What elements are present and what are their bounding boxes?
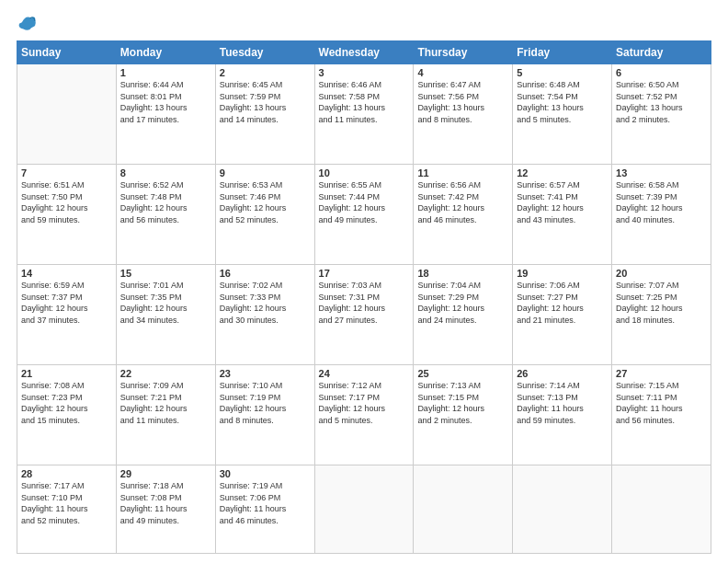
calendar-cell: 27Sunrise: 7:15 AM Sunset: 7:11 PM Dayli… <box>612 365 711 465</box>
day-number: 11 <box>417 167 508 178</box>
week-row-3: 21Sunrise: 7:08 AM Sunset: 7:23 PM Dayli… <box>17 365 711 465</box>
calendar-cell: 13Sunrise: 6:58 AM Sunset: 7:39 PM Dayli… <box>612 165 711 265</box>
day-info: Sunrise: 7:09 AM Sunset: 7:21 PM Dayligh… <box>120 380 211 426</box>
day-number: 15 <box>120 268 211 279</box>
day-number: 6 <box>616 67 707 78</box>
day-number: 28 <box>21 468 112 479</box>
calendar-cell: 14Sunrise: 6:59 AM Sunset: 7:37 PM Dayli… <box>17 265 117 365</box>
calendar-cell: 23Sunrise: 7:10 AM Sunset: 7:19 PM Dayli… <box>215 365 314 465</box>
weekday-header-row: SundayMondayTuesdayWednesdayThursdayFrid… <box>17 41 711 64</box>
calendar-cell: 2Sunrise: 6:45 AM Sunset: 7:59 PM Daylig… <box>215 64 314 165</box>
day-number: 20 <box>616 268 707 279</box>
weekday-header-monday: Monday <box>116 41 215 64</box>
day-info: Sunrise: 7:06 AM Sunset: 7:27 PM Dayligh… <box>517 280 608 326</box>
calendar-cell: 9Sunrise: 6:53 AM Sunset: 7:46 PM Daylig… <box>215 165 314 265</box>
calendar-cell <box>17 64 117 165</box>
week-row-1: 7Sunrise: 6:51 AM Sunset: 7:50 PM Daylig… <box>17 165 711 265</box>
day-info: Sunrise: 6:57 AM Sunset: 7:41 PM Dayligh… <box>517 179 608 225</box>
calendar-cell <box>414 465 513 554</box>
page: SundayMondayTuesdayWednesdayThursdayFrid… <box>0 0 728 563</box>
day-info: Sunrise: 7:03 AM Sunset: 7:31 PM Dayligh… <box>319 280 410 326</box>
day-number: 18 <box>417 268 508 279</box>
day-info: Sunrise: 7:01 AM Sunset: 7:35 PM Dayligh… <box>120 280 211 326</box>
day-number: 2 <box>220 67 311 78</box>
calendar-cell: 25Sunrise: 7:13 AM Sunset: 7:15 PM Dayli… <box>414 365 513 465</box>
day-number: 16 <box>220 268 311 279</box>
calendar-cell <box>612 465 711 554</box>
day-info: Sunrise: 7:08 AM Sunset: 7:23 PM Dayligh… <box>21 380 112 426</box>
day-info: Sunrise: 6:45 AM Sunset: 7:59 PM Dayligh… <box>220 79 311 125</box>
calendar-cell: 18Sunrise: 7:04 AM Sunset: 7:29 PM Dayli… <box>414 265 513 365</box>
day-info: Sunrise: 6:50 AM Sunset: 7:52 PM Dayligh… <box>616 79 707 125</box>
calendar-cell <box>513 465 612 554</box>
weekday-header-tuesday: Tuesday <box>215 41 314 64</box>
week-row-0: 1Sunrise: 6:44 AM Sunset: 8:01 PM Daylig… <box>17 64 711 165</box>
day-number: 14 <box>21 268 112 279</box>
day-info: Sunrise: 6:56 AM Sunset: 7:42 PM Dayligh… <box>417 179 508 225</box>
day-number: 1 <box>120 67 211 78</box>
calendar-cell: 17Sunrise: 7:03 AM Sunset: 7:31 PM Dayli… <box>314 265 414 365</box>
week-row-2: 14Sunrise: 6:59 AM Sunset: 7:37 PM Dayli… <box>17 265 711 365</box>
calendar-cell: 26Sunrise: 7:14 AM Sunset: 7:13 PM Dayli… <box>513 365 612 465</box>
day-number: 7 <box>21 167 112 178</box>
day-number: 27 <box>616 368 707 379</box>
logo <box>17 13 40 33</box>
weekday-header-friday: Friday <box>513 41 612 64</box>
day-info: Sunrise: 7:17 AM Sunset: 7:10 PM Dayligh… <box>21 480 112 526</box>
day-info: Sunrise: 6:46 AM Sunset: 7:58 PM Dayligh… <box>319 79 410 125</box>
calendar-cell: 5Sunrise: 6:48 AM Sunset: 7:54 PM Daylig… <box>513 64 612 165</box>
day-number: 5 <box>517 67 608 78</box>
calendar-cell: 15Sunrise: 7:01 AM Sunset: 7:35 PM Dayli… <box>116 265 215 365</box>
weekday-header-saturday: Saturday <box>612 41 711 64</box>
day-info: Sunrise: 7:13 AM Sunset: 7:15 PM Dayligh… <box>417 380 508 426</box>
day-info: Sunrise: 7:12 AM Sunset: 7:17 PM Dayligh… <box>319 380 410 426</box>
week-row-4: 28Sunrise: 7:17 AM Sunset: 7:10 PM Dayli… <box>17 465 711 554</box>
day-info: Sunrise: 6:52 AM Sunset: 7:48 PM Dayligh… <box>120 179 211 225</box>
calendar-cell: 19Sunrise: 7:06 AM Sunset: 7:27 PM Dayli… <box>513 265 612 365</box>
day-number: 4 <box>417 67 508 78</box>
day-info: Sunrise: 7:10 AM Sunset: 7:19 PM Dayligh… <box>220 380 311 426</box>
day-number: 8 <box>120 167 211 178</box>
day-info: Sunrise: 6:58 AM Sunset: 7:39 PM Dayligh… <box>616 179 707 225</box>
day-info: Sunrise: 7:18 AM Sunset: 7:08 PM Dayligh… <box>120 480 211 526</box>
calendar-cell: 11Sunrise: 6:56 AM Sunset: 7:42 PM Dayli… <box>414 165 513 265</box>
calendar-cell: 12Sunrise: 6:57 AM Sunset: 7:41 PM Dayli… <box>513 165 612 265</box>
day-number: 23 <box>220 368 311 379</box>
header <box>17 13 711 33</box>
calendar-cell <box>314 465 414 554</box>
day-info: Sunrise: 6:48 AM Sunset: 7:54 PM Dayligh… <box>517 79 608 125</box>
calendar-cell: 22Sunrise: 7:09 AM Sunset: 7:21 PM Dayli… <box>116 365 215 465</box>
day-number: 21 <box>21 368 112 379</box>
day-info: Sunrise: 7:15 AM Sunset: 7:11 PM Dayligh… <box>616 380 707 426</box>
calendar-table: SundayMondayTuesdayWednesdayThursdayFrid… <box>17 40 711 554</box>
day-number: 10 <box>319 167 410 178</box>
day-info: Sunrise: 6:59 AM Sunset: 7:37 PM Dayligh… <box>21 280 112 326</box>
calendar-cell: 8Sunrise: 6:52 AM Sunset: 7:48 PM Daylig… <box>116 165 215 265</box>
day-info: Sunrise: 7:19 AM Sunset: 7:06 PM Dayligh… <box>220 480 311 526</box>
calendar-cell: 21Sunrise: 7:08 AM Sunset: 7:23 PM Dayli… <box>17 365 117 465</box>
day-info: Sunrise: 6:44 AM Sunset: 8:01 PM Dayligh… <box>120 79 211 125</box>
day-number: 17 <box>319 268 410 279</box>
day-info: Sunrise: 6:51 AM Sunset: 7:50 PM Dayligh… <box>21 179 112 225</box>
calendar-cell: 3Sunrise: 6:46 AM Sunset: 7:58 PM Daylig… <box>314 64 414 165</box>
day-number: 13 <box>616 167 707 178</box>
day-number: 12 <box>517 167 608 178</box>
day-number: 24 <box>319 368 410 379</box>
day-number: 19 <box>517 268 608 279</box>
weekday-header-sunday: Sunday <box>17 41 117 64</box>
calendar-cell: 30Sunrise: 7:19 AM Sunset: 7:06 PM Dayli… <box>215 465 314 554</box>
day-info: Sunrise: 6:53 AM Sunset: 7:46 PM Dayligh… <box>220 179 311 225</box>
day-number: 22 <box>120 368 211 379</box>
day-number: 25 <box>417 368 508 379</box>
day-info: Sunrise: 6:47 AM Sunset: 7:56 PM Dayligh… <box>417 79 508 125</box>
calendar-cell: 28Sunrise: 7:17 AM Sunset: 7:10 PM Dayli… <box>17 465 117 554</box>
day-info: Sunrise: 7:07 AM Sunset: 7:25 PM Dayligh… <box>616 280 707 326</box>
calendar-cell: 4Sunrise: 6:47 AM Sunset: 7:56 PM Daylig… <box>414 64 513 165</box>
day-info: Sunrise: 7:02 AM Sunset: 7:33 PM Dayligh… <box>220 280 311 326</box>
day-number: 29 <box>120 468 211 479</box>
day-number: 3 <box>319 67 410 78</box>
calendar-cell: 7Sunrise: 6:51 AM Sunset: 7:50 PM Daylig… <box>17 165 117 265</box>
day-number: 26 <box>517 368 608 379</box>
logo-icon <box>17 13 37 33</box>
day-info: Sunrise: 6:55 AM Sunset: 7:44 PM Dayligh… <box>319 179 410 225</box>
